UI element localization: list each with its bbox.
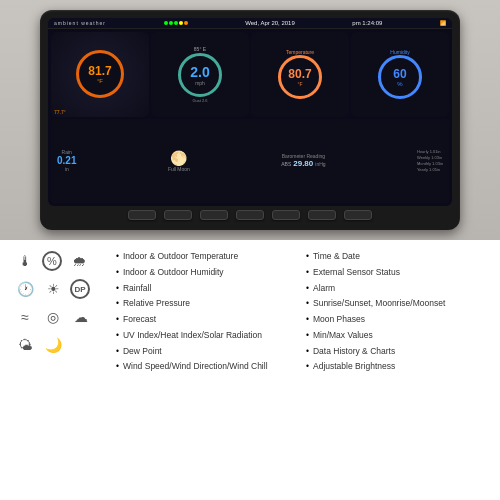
sun-icon: ☀ [42, 278, 64, 300]
cloud-icon: ☁ [70, 306, 92, 328]
outdoor-temp-gauge: Temperature 80.7 °F [251, 32, 349, 117]
device-buttons [48, 206, 452, 222]
thermometer-icon: 🌡 [14, 250, 36, 272]
baro-value: 29.80 [293, 159, 313, 168]
device-screen: ambient weather Wed, Apr 20, 2019 pm 1:2… [48, 18, 452, 206]
feature-item: Min/Max Values [306, 329, 486, 342]
features-list-columns: Indoor & Outdoor Temperature Indoor & Ou… [116, 250, 486, 490]
humidity-icon: % [42, 251, 62, 271]
indoor-temp-sub: 77.7° [54, 109, 66, 115]
feature-item: Data History & Charts [306, 345, 486, 358]
baro-abs-label: ABS [281, 161, 291, 167]
time-display: pm 1:24:09 [352, 20, 382, 26]
feature-item: Indoor & Outdoor Humidity [116, 266, 296, 279]
wind-icon: ≈ [14, 306, 36, 328]
features-section: 🌡 % 🌧 🕐 ☀ DP ≈ ◎ ☁ 🌤 🌙 Indo [0, 240, 500, 500]
icon-row-3: ≈ ◎ ☁ [14, 306, 104, 328]
weather-station-device: ambient weather Wed, Apr 20, 2019 pm 1:2… [40, 10, 460, 230]
screen-header: ambient weather Wed, Apr 20, 2019 pm 1:2… [48, 18, 452, 29]
feature-item: Time & Date [306, 250, 486, 263]
rain-value: 0.21 [57, 155, 76, 166]
rain-stats: Hourly 1.01in Weekly 1.03in Monthly 1.03… [417, 149, 443, 172]
bottom-row: Rain 0.21 in 🌕 Full Moon Barometer Readi… [51, 119, 449, 204]
outdoor-temp-value: 80.7 [288, 67, 311, 81]
rain-section: Rain 0.21 in [57, 149, 76, 172]
wind-speed-value: 2.0 [190, 64, 209, 80]
icon-row-4: 🌤 🌙 [14, 334, 104, 356]
right-feature-list: Time & Date External Sensor Status Alarm… [306, 250, 486, 490]
humidity-unit: % [397, 81, 402, 87]
feature-item: Moon Phases [306, 313, 486, 326]
rain-unit: in [65, 166, 69, 172]
dot-5 [184, 21, 188, 25]
humidity-gauge: Humidity 60 % [351, 32, 449, 117]
btn-3[interactable] [200, 210, 228, 220]
humidity-circle: 60 % [378, 55, 422, 99]
btn-5[interactable] [272, 210, 300, 220]
icons-column: 🌡 % 🌧 🕐 ☀ DP ≈ ◎ ☁ 🌤 🌙 [14, 250, 104, 490]
feature-item: Sunrise/Sunset, Moonrise/Moonset [306, 297, 486, 310]
baro-section: Barometer Reading ABS 29.80 inHg [281, 153, 325, 168]
moon-label: Full Moon [168, 166, 190, 172]
icon-row-2: 🕐 ☀ DP [14, 278, 104, 300]
btn-1[interactable] [128, 210, 156, 220]
wind-unit: mph [195, 80, 205, 86]
rain-weekly: Weekly 1.03in [417, 155, 443, 160]
main-container: ambient weather Wed, Apr 20, 2019 pm 1:2… [0, 0, 500, 500]
signal-dots [164, 21, 188, 25]
outdoor-temp-circle: 80.7 °F [278, 55, 322, 99]
dot-1 [164, 21, 168, 25]
baro-unit: inHg [315, 161, 325, 167]
rain-hourly: Hourly 1.01in [417, 149, 443, 154]
feature-item: Relative Pressure [116, 297, 296, 310]
outdoor-temp-unit: °F [297, 81, 302, 87]
dot-4 [179, 21, 183, 25]
clock-icon: 🕐 [14, 278, 36, 300]
feature-item: Rainfall [116, 282, 296, 295]
status-icons: 📶 [440, 20, 446, 26]
icon-row-1: 🌡 % 🌧 [14, 250, 104, 272]
signal-icon: 📶 [440, 20, 446, 26]
brand-label: ambient weather [54, 20, 106, 26]
indoor-temp-gauge: 81.7 °F 77.7° [51, 32, 149, 117]
humidity-value: 60 [393, 67, 406, 81]
screen-main: 81.7 °F 77.7° 85° E 2.0 [48, 29, 452, 206]
feature-item: Adjustable Brightness [306, 360, 486, 373]
indoor-temp-circle: 81.7 °F [76, 50, 124, 98]
dewpoint-icon: DP [70, 279, 90, 299]
wind-circle: 2.0 mph [178, 53, 222, 97]
wind-direction-label: 85° E [194, 46, 206, 52]
feature-item: Dew Point [116, 345, 296, 358]
gust-label: Gust 2.6 [192, 98, 207, 103]
rain-yearly: Yearly 1.05in [417, 167, 443, 172]
compass-icon: ◎ [42, 306, 64, 328]
indoor-temp-unit: °F [97, 78, 103, 84]
feature-item: External Sensor Status [306, 266, 486, 279]
sunshine-icon: 🌤 [14, 334, 36, 356]
btn-6[interactable] [308, 210, 336, 220]
rain-monthly: Monthly 1.03in [417, 161, 443, 166]
rain-cloud-icon: 🌧 [68, 250, 90, 272]
date-display: Wed, Apr 20, 2019 [245, 20, 295, 26]
feature-item: Wind Speed/Wind Direction/Wind Chill [116, 360, 296, 373]
btn-7[interactable] [344, 210, 372, 220]
indoor-temp-value: 81.7 [88, 64, 111, 78]
feature-item: Alarm [306, 282, 486, 295]
feature-item: Indoor & Outdoor Temperature [116, 250, 296, 263]
feature-item: UV Index/Heat Index/Solar Radiation [116, 329, 296, 342]
moon-phase-icon: 🌙 [42, 334, 64, 356]
moon-section: 🌕 Full Moon [168, 150, 190, 172]
device-wrapper: ambient weather Wed, Apr 20, 2019 pm 1:2… [0, 0, 500, 240]
dot-2 [169, 21, 173, 25]
dot-3 [174, 21, 178, 25]
feature-item: Forecast [116, 313, 296, 326]
baro-display: ABS 29.80 inHg [281, 159, 325, 168]
btn-4[interactable] [236, 210, 264, 220]
btn-2[interactable] [164, 210, 192, 220]
wind-gauge: 85° E 2.0 mph Gust 2.6 [151, 32, 249, 117]
left-feature-list: Indoor & Outdoor Temperature Indoor & Ou… [116, 250, 296, 490]
moon-icon: 🌕 [170, 150, 187, 166]
